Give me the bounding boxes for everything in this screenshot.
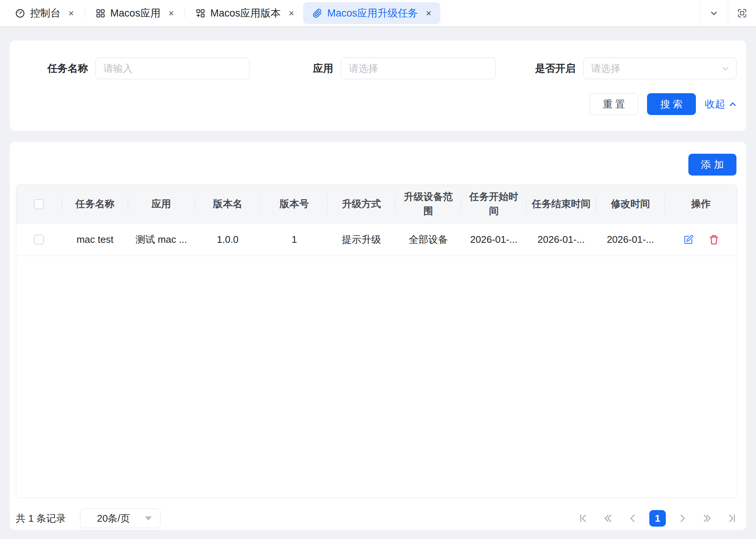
- filter-panel: 任务名称 应用 是否开启 重 置 搜 索 收: [10, 41, 746, 131]
- chevron-down-icon: [708, 8, 720, 19]
- fullscreen-icon: [736, 8, 748, 19]
- back-five-pages-button[interactable]: [600, 510, 616, 527]
- cell-operations: [665, 224, 737, 256]
- collapse-link[interactable]: 收起: [705, 97, 737, 111]
- cell-end-time: 2026-01-...: [526, 224, 596, 256]
- enabled-select[interactable]: [583, 58, 736, 79]
- cell-modified-time: 2026-01-...: [596, 224, 665, 256]
- row-checkbox[interactable]: [34, 235, 44, 245]
- tab-label: Macos应用: [110, 6, 161, 20]
- reset-button[interactable]: 重 置: [590, 93, 638, 115]
- table-row: mac test 测试 mac ... 1.0.0 1 提示升级 全部设备 20…: [16, 224, 737, 256]
- task-name-label: 任务名称: [47, 62, 88, 75]
- cell-version-code: 1: [261, 224, 328, 256]
- tab-divider: [85, 8, 85, 18]
- close-icon[interactable]: ×: [68, 9, 74, 18]
- header-device-scope: 升级设备范围: [395, 185, 461, 223]
- current-page-button[interactable]: 1: [649, 510, 666, 527]
- select-all-checkbox[interactable]: [34, 199, 44, 209]
- total-records-text: 共 1 条记录: [16, 512, 66, 525]
- enabled-label: 是否开启: [535, 62, 576, 75]
- apps-grid-icon: [95, 8, 106, 18]
- header-task-name: 任务名称: [62, 185, 128, 223]
- filter-group-app: 应用: [313, 58, 496, 79]
- header-version-code: 版本号: [261, 185, 328, 223]
- first-page-button[interactable]: [575, 510, 591, 527]
- tab-macos-app[interactable]: Macos应用 ×: [86, 2, 183, 24]
- table-header-row: 任务名称 应用 版本名 版本号 升级方式 升级设备范围 任务开始时间 任务结束时…: [16, 185, 737, 224]
- header-end-time: 任务结束时间: [526, 185, 596, 223]
- filter-group-enabled: 是否开启: [535, 58, 736, 79]
- collapse-label: 收起: [705, 97, 725, 111]
- cell-task-name: mac test: [62, 224, 128, 256]
- tab-macos-app-version[interactable]: Macos应用版本 ×: [186, 2, 303, 24]
- filter-group-task-name: 任务名称: [47, 58, 249, 79]
- page-size-value: 20条/页: [97, 512, 130, 525]
- caret-down-icon: [145, 516, 152, 521]
- cell-upgrade-mode: 提示升级: [328, 224, 395, 256]
- header-version-name: 版本名: [195, 185, 261, 223]
- next-page-button[interactable]: [674, 510, 691, 527]
- edit-icon[interactable]: [683, 234, 694, 245]
- header-app: 应用: [128, 185, 195, 223]
- tab-list: 控制台 × Macos应用 ×: [0, 0, 700, 26]
- tab-console[interactable]: 控制台 ×: [6, 2, 83, 24]
- task-list-panel: 添 加 任务名称 应用 版本名 版本号 升级方式 升级设备范围 任务开始时间 任…: [10, 142, 746, 530]
- table-footer: 共 1 条记录 20条/页: [16, 509, 740, 528]
- tab-macos-app-upgrade-task[interactable]: Macos应用升级任务 ×: [303, 2, 440, 24]
- apps-grid-plus-icon: [195, 8, 206, 18]
- task-name-input[interactable]: [95, 58, 249, 79]
- close-icon[interactable]: ×: [289, 9, 294, 18]
- tab-label: Macos应用升级任务: [327, 6, 418, 20]
- app-label: 应用: [313, 62, 333, 75]
- tabbar-controls: [700, 0, 756, 26]
- cell-device-scope: 全部设备: [395, 224, 461, 256]
- delete-icon[interactable]: [708, 234, 720, 245]
- paperclip-icon: [312, 8, 322, 18]
- gauge-icon: [15, 8, 25, 18]
- previous-page-button[interactable]: [624, 510, 641, 527]
- search-button[interactable]: 搜 索: [647, 93, 696, 115]
- close-icon[interactable]: ×: [168, 9, 174, 18]
- header-modified-time: 修改时间: [596, 185, 665, 223]
- row-select-cell: [16, 224, 62, 256]
- chevron-up-icon: [728, 100, 737, 109]
- page-size-select[interactable]: 20条/页: [80, 509, 160, 528]
- select-all-cell: [16, 185, 62, 223]
- task-table: 任务名称 应用 版本名 版本号 升级方式 升级设备范围 任务开始时间 任务结束时…: [16, 185, 738, 498]
- fullscreen-button[interactable]: [728, 0, 756, 26]
- cell-app: 测试 mac ...: [128, 224, 195, 256]
- app-window: 控制台 × Macos应用 ×: [0, 0, 756, 539]
- header-operations: 操作: [665, 185, 737, 223]
- tab-list-dropdown-button[interactable]: [700, 0, 728, 26]
- cell-start-time: 2026-01-...: [461, 224, 526, 256]
- add-button[interactable]: 添 加: [688, 154, 736, 176]
- filter-actions: 重 置 搜 索 收起: [590, 93, 737, 115]
- tab-bar: 控制台 × Macos应用 ×: [0, 0, 756, 27]
- header-start-time: 任务开始时间: [461, 185, 526, 223]
- close-icon[interactable]: ×: [426, 9, 431, 18]
- tab-label: 控制台: [30, 6, 60, 20]
- cell-version-name: 1.0.0: [195, 224, 261, 256]
- tab-label: Macos应用版本: [210, 6, 281, 20]
- last-page-button[interactable]: [724, 510, 740, 527]
- tab-divider: [184, 8, 185, 18]
- app-select[interactable]: [341, 58, 496, 79]
- header-upgrade-mode: 升级方式: [328, 185, 395, 223]
- pagination: 1: [575, 510, 740, 527]
- forward-five-pages-button[interactable]: [699, 510, 715, 527]
